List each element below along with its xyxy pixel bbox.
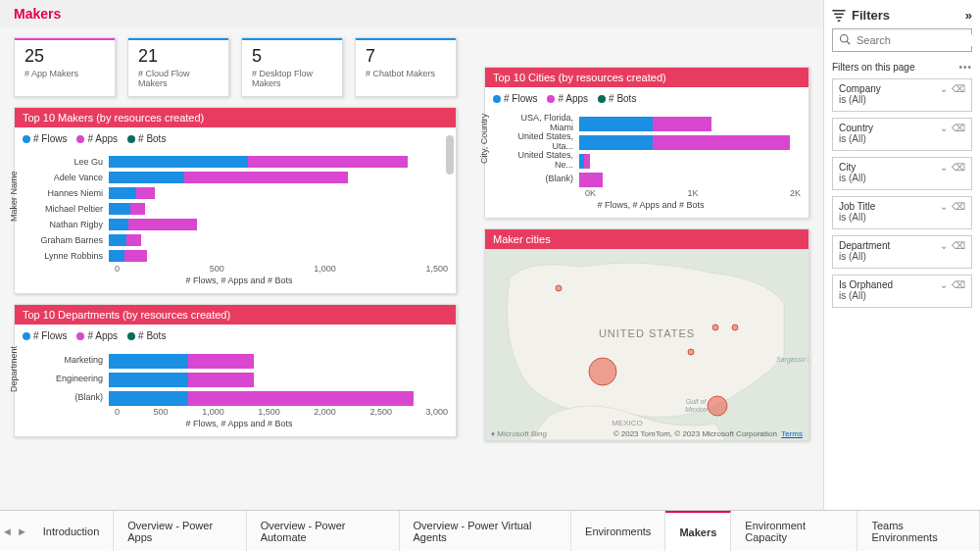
bar-row[interactable]: Marketing [30,351,448,369]
bar-segment[interactable] [109,234,126,246]
kpi-card[interactable]: 5 # Desktop Flow Makers [241,37,343,97]
bar-row[interactable]: Lee Gu [30,154,448,169]
map-bubble[interactable] [708,396,727,416]
bar-segment[interactable] [109,187,136,199]
bar-row[interactable]: (Blank) [30,388,448,406]
bar-segment[interactable] [128,219,196,230]
bar-row[interactable]: Nathan Rigby [30,217,448,231]
bar-segment[interactable] [579,135,653,150]
legend-item[interactable]: # Bots [127,330,166,341]
map-bubble[interactable] [556,285,562,291]
map-bubble[interactable] [712,325,718,330]
bar-segment[interactable] [109,156,248,168]
bar-segment[interactable] [109,219,128,230]
bar-row[interactable]: Engineering [30,370,448,387]
bar-segment[interactable] [579,173,603,187]
filter-card[interactable]: City ⌄ ⌫ is (All) [832,157,972,190]
legend-item[interactable]: # Flows [23,133,67,144]
clear-filter-icon[interactable]: ⌫ [952,162,965,173]
x-tick: 2,000 [314,407,336,417]
scrollbar-top-makers[interactable] [446,135,454,264]
bar-row[interactable]: Lynne Robbins [30,248,448,263]
legend-item[interactable]: # Bots [127,133,166,144]
bar-segment[interactable] [109,391,188,406]
map[interactable]: UNITED STATES MEXICO Gulf of Mexico Sarg… [485,249,808,440]
clear-filter-icon[interactable]: ⌫ [952,123,965,133]
legend-item[interactable]: # Bots [598,93,636,104]
bar-segment[interactable] [579,117,653,131]
search-input[interactable] [857,34,980,46]
bar-segment[interactable] [653,117,710,131]
tab-teams-environments[interactable]: Teams Environments [858,511,980,551]
map-terms-link[interactable]: Terms [781,429,803,438]
tab-nav-next[interactable]: ► [15,511,29,551]
chevron-down-icon[interactable]: ⌄ [940,123,948,133]
bar-row[interactable]: (Blank) [501,170,801,187]
legend-item[interactable]: # Flows [23,330,67,341]
panel-top-cities[interactable]: Top 10 Cities (by resources created) # F… [484,67,809,219]
clear-filter-icon[interactable]: ⌫ [952,201,965,212]
chevron-down-icon[interactable]: ⌄ [940,201,948,212]
bar-segment[interactable] [188,354,254,369]
panel-top-makers[interactable]: Top 10 Makers (by resources created) # F… [14,107,457,294]
clear-filter-icon[interactable]: ⌫ [952,279,965,290]
bar-segment[interactable] [130,203,144,215]
tab-environments[interactable]: Environments [571,511,665,551]
clear-filter-icon[interactable]: ⌫ [952,83,965,94]
bar-row[interactable]: Graham Barnes [30,232,448,247]
chevron-down-icon[interactable]: ⌄ [940,83,948,94]
filter-card[interactable]: Country ⌄ ⌫ is (All) [832,118,972,151]
panel-maker-cities-map[interactable]: Maker cities UNITED STATES MEXICO Gulf o… [484,228,809,441]
bar-segment[interactable] [136,187,154,199]
map-bubble[interactable] [688,349,694,355]
bar-segment[interactable] [188,373,254,387]
tab-environment-capacity[interactable]: Environment Capacity [731,511,858,551]
bar-segment[interactable] [184,172,348,183]
bar-row[interactable]: United States, Uta... [501,132,801,150]
map-bing-logo: ♦ Microsoft Bing [491,429,547,438]
legend-item[interactable]: # Flows [493,93,537,104]
filter-card[interactable]: Department ⌄ ⌫ is (All) [832,235,972,269]
collapse-filters-icon[interactable]: » [965,8,972,23]
tab-introduction[interactable]: Introduction [29,511,114,551]
map-bubble[interactable] [589,358,616,385]
legend-item[interactable]: # Apps [547,93,588,104]
bar-segment[interactable] [248,156,408,168]
bar-segment[interactable] [109,172,184,183]
chevron-down-icon[interactable]: ⌄ [940,162,948,173]
tab-overview-power-virtual-agents[interactable]: Overview - Power Virtual Agents [400,511,572,551]
panel-top-departments[interactable]: Top 10 Departments (by resources created… [14,304,457,437]
bar-segment[interactable] [188,391,415,406]
legend-item[interactable]: # Apps [76,133,118,144]
clear-filter-icon[interactable]: ⌫ [952,240,965,251]
bar-segment[interactable] [584,154,589,169]
legend-item[interactable]: # Apps [76,330,118,341]
bar-row[interactable]: Hannes Niemi [30,185,448,200]
kpi-card[interactable]: 7 # Chatbot Makers [355,37,457,97]
search-box[interactable] [832,28,972,52]
kpi-card[interactable]: 21 # Cloud Flow Makers [127,37,229,97]
filter-card[interactable]: Company ⌄ ⌫ is (All) [832,78,972,112]
tab-overview-power-apps[interactable]: Overview - Power Apps [114,511,246,551]
bar-segment[interactable] [109,203,130,215]
filters-section-more-icon[interactable]: ••• [958,62,972,73]
bar-segment[interactable] [109,354,188,369]
kpi-card[interactable]: 25 # App Makers [14,37,116,97]
bar-row[interactable]: USA, Florida, Miami [501,114,801,131]
bar-row[interactable]: Adele Vance [30,170,448,184]
map-bubble[interactable] [732,325,738,330]
bar-segment[interactable] [124,250,146,262]
bar-segment[interactable] [109,250,124,262]
bar-segment[interactable] [653,135,790,150]
chevron-down-icon[interactable]: ⌄ [940,279,948,290]
bar-row[interactable]: Michael Peltier [30,201,448,216]
filter-card[interactable]: Is Orphaned ⌄ ⌫ is (All) [832,275,972,308]
filter-card[interactable]: Job Title ⌄ ⌫ is (All) [832,196,972,229]
tab-overview-power-automate[interactable]: Overview - Power Automate [247,511,400,551]
tab-nav-prev[interactable]: ◄ [0,511,15,551]
bar-segment[interactable] [126,234,140,246]
bar-segment[interactable] [109,373,188,387]
bar-row[interactable]: United States, Ne... [501,151,801,169]
chevron-down-icon[interactable]: ⌄ [940,240,948,251]
tab-makers[interactable]: Makers [665,511,731,551]
